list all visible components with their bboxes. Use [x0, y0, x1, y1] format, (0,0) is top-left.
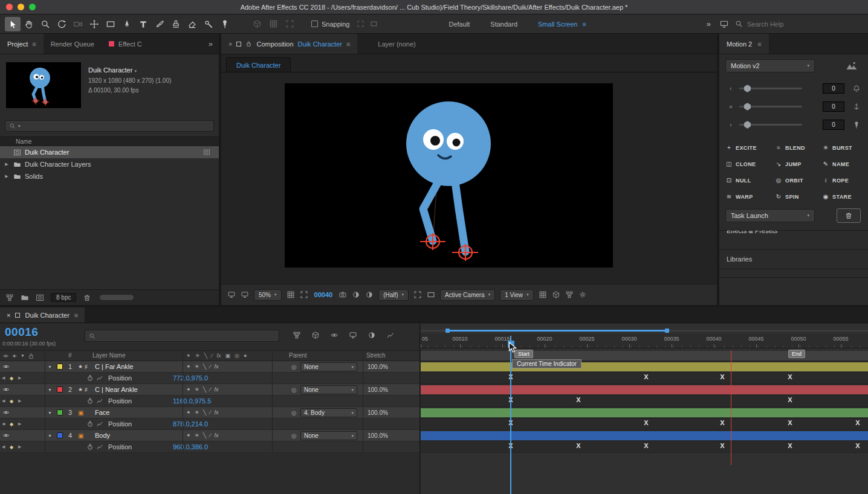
- stopwatch-icon[interactable]: [86, 373, 94, 383]
- property-name[interactable]: Position: [108, 396, 132, 406]
- keyframe-marker[interactable]: X: [788, 373, 792, 380]
- workspace-default[interactable]: Default: [449, 21, 470, 28]
- stopwatch-icon[interactable]: [86, 441, 94, 452]
- next-keyframe-button[interactable]: ▶: [18, 373, 21, 383]
- layer-row-face[interactable]: ▼3▣Face✦☀╲∕fx◎4. Body▾100.0%: [0, 407, 419, 419]
- frame-blending-icon[interactable]: [349, 331, 357, 339]
- comp-mini-flowchart-icon[interactable]: [293, 331, 301, 339]
- footage-name[interactable]: Duik Character ▾: [88, 65, 171, 76]
- motion-button-stare[interactable]: ◉STARE: [822, 193, 862, 200]
- parent-select[interactable]: None▾: [300, 431, 357, 440]
- project-tab-overflow[interactable]: »: [209, 39, 219, 48]
- stopwatch-icon[interactable]: [86, 419, 94, 429]
- close-tab-icon[interactable]: ×: [7, 312, 10, 319]
- keyframe-marker[interactable]: X: [788, 396, 792, 403]
- world-axis-mode-icon[interactable]: [265, 17, 281, 31]
- layer-row-c-far-ankle[interactable]: ▼1★♯C | Far Ankle✦☀╲∕fx◎None▾100.0%: [0, 361, 419, 373]
- motion-button-spin[interactable]: ↻SPIN: [775, 193, 822, 200]
- layer-name[interactable]: Body: [95, 430, 110, 441]
- layer-switches[interactable]: ✦☀╲∕fx: [186, 407, 222, 418]
- layer-twirl[interactable]: ▼: [48, 430, 52, 441]
- navigator-start-handle[interactable]: [445, 329, 450, 333]
- prev-keyframe-button[interactable]: ◀: [2, 373, 5, 383]
- motion-button-name[interactable]: ✎NAME: [822, 161, 862, 167]
- footer-slider[interactable]: [99, 294, 134, 301]
- layer-visibility-toggle[interactable]: [2, 430, 10, 441]
- take-snapshot-icon[interactable]: [338, 290, 347, 299]
- tab-layer[interactable]: Layer (none): [368, 34, 425, 54]
- property-value[interactable]: 1160.0,975.5: [173, 396, 211, 406]
- parent-pickwhip-icon[interactable]: ◎: [291, 384, 297, 395]
- composition-marker-line[interactable]: [731, 350, 731, 465]
- property-value[interactable]: 960.0,386.0: [173, 441, 208, 452]
- motion-button-jump[interactable]: ↘JUMP: [775, 161, 822, 167]
- preview-time-indicator[interactable]: 00040: [314, 291, 333, 298]
- hand-tool[interactable]: [21, 17, 37, 31]
- slider-value-1[interactable]: 0: [823, 83, 844, 94]
- property-value[interactable]: 878.0,214.0: [173, 419, 208, 429]
- layer-name[interactable]: C | Near Ankle: [95, 384, 138, 395]
- toggle-mask-paths-icon[interactable]: [300, 290, 308, 299]
- motion-button-warp[interactable]: ≋WARP: [725, 193, 775, 200]
- current-time-indicator[interactable]: [510, 336, 511, 494]
- project-item-duik-character-layers[interactable]: ▶Duik Character Layers: [0, 158, 219, 170]
- layer-visibility-toggle[interactable]: [2, 361, 10, 372]
- property-name[interactable]: Position: [108, 373, 132, 383]
- parent-select[interactable]: None▾: [300, 362, 357, 371]
- keyframe-toggle[interactable]: ◆: [10, 441, 13, 452]
- parent-pickwhip-icon[interactable]: ◎: [291, 407, 297, 418]
- keyframe-marker[interactable]: X: [644, 442, 648, 449]
- next-keyframe-button[interactable]: ▶: [18, 441, 21, 452]
- slider-track-3[interactable]: [739, 124, 802, 126]
- keyframe-marker[interactable]: X: [788, 419, 792, 426]
- layer-stretch[interactable]: 100.0%: [368, 430, 388, 441]
- show-channel-icon[interactable]: [365, 290, 374, 299]
- footage-thumbnail[interactable]: [6, 62, 81, 108]
- puppet-pin-tool[interactable]: [217, 17, 233, 31]
- motion-button-null[interactable]: ⊡NULL: [725, 177, 775, 184]
- project-item-solids[interactable]: ▶Solids: [0, 170, 219, 182]
- navigator-view-bar[interactable]: [447, 330, 667, 332]
- panel-menu-icon[interactable]: ≡: [346, 40, 350, 48]
- parent-pickwhip-icon[interactable]: ◎: [291, 430, 297, 441]
- index-column-header[interactable]: #: [68, 351, 72, 361]
- motion-preset-select[interactable]: Motion v2▾: [725, 59, 815, 72]
- layer-twirl[interactable]: ▼: [48, 384, 52, 395]
- tab-effect-c[interactable]: Effect C: [102, 34, 149, 54]
- keyframe-marker[interactable]: X: [576, 396, 580, 403]
- panel-menu-icon[interactable]: ≡: [74, 312, 78, 319]
- layer-stretch[interactable]: 100.0%: [368, 384, 388, 395]
- property-row-position[interactable]: ◀◆▶Position878.0,214.0: [0, 419, 419, 430]
- panel-menu-icon[interactable]: ≡: [757, 40, 761, 48]
- minimize-window-button[interactable]: [18, 4, 24, 10]
- keyframe-marker[interactable]: X: [720, 442, 724, 449]
- layer-twirl[interactable]: ▼: [48, 407, 52, 418]
- view-select[interactable]: 1 View▾: [500, 289, 533, 301]
- next-keyframe-button[interactable]: ▶: [18, 419, 21, 429]
- panel-toggle-icon[interactable]: [719, 19, 729, 29]
- zoom-window-button[interactable]: [29, 4, 36, 10]
- keyframe-marker[interactable]: X: [644, 373, 648, 380]
- anchor-icon[interactable]: [852, 103, 862, 111]
- parent-column-header[interactable]: Parent: [289, 351, 306, 361]
- camera-select[interactable]: Active Camera▾: [440, 289, 495, 301]
- workspace-overflow-button[interactable]: »: [698, 19, 719, 28]
- keyframe-toggle[interactable]: ◆: [10, 373, 13, 383]
- layer-duration-bar[interactable]: [421, 431, 868, 440]
- prev-keyframe-button[interactable]: ◀: [2, 396, 5, 406]
- brush-tool[interactable]: [152, 17, 167, 31]
- label-color-swatch[interactable]: [57, 409, 63, 415]
- panel-header-libraries[interactable]: Libraries: [719, 249, 868, 269]
- label-color-swatch[interactable]: [57, 387, 63, 393]
- selection-tool[interactable]: [5, 17, 21, 31]
- view-axis-mode-icon[interactable]: [282, 17, 297, 31]
- always-preview-icon[interactable]: [227, 290, 236, 299]
- layer-visibility-toggle[interactable]: [2, 384, 10, 395]
- layer-switches[interactable]: ✦☀╲∕fx: [186, 384, 222, 395]
- resolution-select[interactable]: (Half)▾: [378, 289, 409, 301]
- bell-icon[interactable]: [852, 85, 862, 93]
- keyframe-marker[interactable]: X: [788, 442, 792, 449]
- parent-pickwhip-icon[interactable]: ◎: [291, 361, 297, 372]
- transparency-grid-icon[interactable]: [427, 290, 435, 299]
- project-search-input[interactable]: [23, 123, 210, 130]
